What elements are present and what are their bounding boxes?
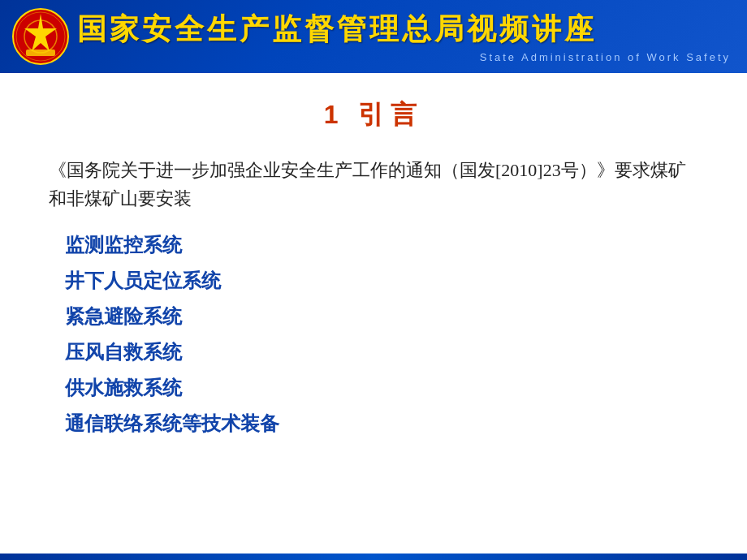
bullet-item-2: 紧急避险系统 [65,302,698,331]
bottom-bar [0,554,747,560]
slide-title: 1 引言 [49,97,698,133]
header-bar: 国家安全生产监督管理总局视频讲座 State Administration of… [0,0,747,73]
header-title-block: 国家安全生产监督管理总局视频讲座 State Administration of… [77,10,747,63]
header-title-en: State Administration of Work Safety [77,51,747,63]
intro-paragraph: 《国务院关于进一步加强企业安全生产工作的通知（国发[2010]23号）》要求煤矿… [49,156,698,213]
main-content: 1 引言 《国务院关于进一步加强企业安全生产工作的通知（国发[2010]23号）… [0,73,747,554]
bullet-item-1: 井下人员定位系统 [65,266,698,295]
bullet-item-0: 监测监控系统 [65,230,698,260]
bullet-list: 监测监控系统井下人员定位系统紧急避险系统压风自救系统供水施救系统通信联络系统等技… [49,230,698,438]
bullet-item-4: 供水施救系统 [65,373,698,403]
logo-emblem [8,4,73,69]
bullet-item-5: 通信联络系统等技术装备 [65,409,698,438]
svg-rect-4 [26,50,55,56]
header-title-cn: 国家安全生产监督管理总局视频讲座 [77,10,747,50]
bullet-item-3: 压风自救系统 [65,338,698,367]
slide-container: 国家安全生产监督管理总局视频讲座 State Administration of… [0,0,747,560]
